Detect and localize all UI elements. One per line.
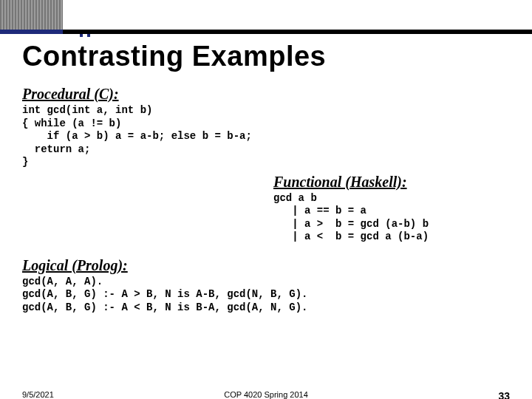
footer-date: 9/5/2021 xyxy=(22,390,54,399)
footer-page-number: 33 xyxy=(498,390,510,399)
procedural-label: Procedural (C): xyxy=(22,86,510,103)
slide-title: Contrasting Examples xyxy=(22,41,510,72)
functional-section: Functional (Haskell): gcd a b | a == b =… xyxy=(273,174,510,244)
procedural-code: int gcd(int a, int b) { while (a != b) i… xyxy=(22,104,510,169)
logical-code: gcd(A, A, A). gcd(A, B, G) :- A > B, N i… xyxy=(22,276,510,315)
logical-section: Logical (Prolog): gcd(A, A, A). gcd(A, B… xyxy=(22,257,510,315)
footer-course: COP 4020 Spring 2014 xyxy=(224,390,308,399)
functional-code: gcd a b | a == b = a | a > b = gcd (a-b)… xyxy=(273,192,510,244)
slide-content: Contrasting Examples Procedural (C): int… xyxy=(22,41,510,369)
logical-label: Logical (Prolog): xyxy=(22,257,510,274)
header-divider xyxy=(0,30,532,34)
decorative-corner-image xyxy=(0,0,63,30)
procedural-section: Procedural (C): int gcd(int a, int b) { … xyxy=(22,86,510,169)
functional-label: Functional (Haskell): xyxy=(273,174,510,191)
